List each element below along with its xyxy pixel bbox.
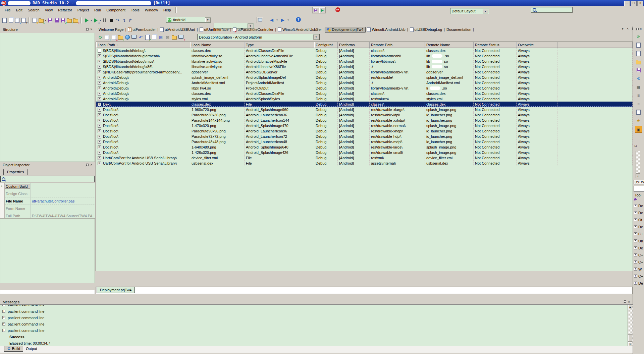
folder-icon[interactable] bbox=[635, 59, 642, 65]
new-form-icon[interactable]: ★ bbox=[32, 17, 38, 23]
tab-utparachutecontroller[interactable]: utParachuteController bbox=[231, 27, 275, 33]
table-row[interactable]: ×Docs\Ico\Parachute144x144.pngAndroid_La… bbox=[96, 118, 633, 123]
row-checkbox[interactable]: × bbox=[98, 119, 101, 122]
open-project-icon[interactable]: ▾ bbox=[20, 17, 27, 23]
list2-icon[interactable]: ≡ bbox=[635, 101, 642, 107]
row-checkbox[interactable]: × bbox=[98, 140, 101, 144]
table-row[interactable]: ×Docs\Ico\1-640x480.pngAndroid_SplashIma… bbox=[96, 144, 633, 150]
add-to-project-icon[interactable]: + bbox=[66, 17, 72, 23]
step-out-icon[interactable]: ↱ bbox=[127, 17, 133, 23]
chevron-down-icon[interactable]: ▾ bbox=[90, 19, 93, 22]
message-row[interactable]: +paclient command line bbox=[0, 305, 633, 308]
tool-palette-category[interactable]: +Ot bbox=[634, 218, 643, 222]
column-header-remote_status[interactable]: Remote Status bbox=[474, 42, 517, 48]
run-without-debugging-icon[interactable]: □ bbox=[93, 17, 99, 23]
tab-utformloader[interactable]: utFormLoader bbox=[126, 27, 157, 33]
table-row[interactable]: ×Docs\Ico\Parachute36x36.pngAndroid_Laun… bbox=[96, 112, 633, 118]
pin-icon[interactable] bbox=[623, 300, 626, 303]
new-items-icon[interactable] bbox=[8, 17, 14, 23]
menu-run[interactable]: Run bbox=[92, 7, 104, 13]
tool-palette-category[interactable]: +C+ bbox=[634, 274, 643, 278]
enable-items-icon[interactable]: ⊞ bbox=[158, 34, 164, 41]
row-checkbox[interactable]: × bbox=[98, 162, 101, 165]
new-file-icon[interactable] bbox=[1, 17, 8, 23]
tab-utuartinterface[interactable]: utUartInterface bbox=[198, 27, 230, 33]
tab-output[interactable]: Output bbox=[23, 346, 40, 351]
scroll-up-icon[interactable]: ▲ bbox=[628, 305, 632, 309]
property-row[interactable]: Design Class bbox=[4, 190, 95, 197]
expand-plus-icon[interactable]: + bbox=[634, 246, 637, 249]
menu-project[interactable]: Project bbox=[75, 7, 92, 13]
expand-plus-icon[interactable]: + bbox=[2, 322, 5, 326]
expand-plus-icon[interactable]: + bbox=[2, 329, 5, 332]
row-checkbox[interactable]: × bbox=[98, 151, 101, 155]
row-checkbox[interactable]: × bbox=[98, 103, 101, 106]
deploy-files-icon[interactable] bbox=[171, 34, 177, 41]
tab-deployment[interactable]: Deployment prjTw4 bbox=[97, 287, 135, 293]
project-tree-scrollbar[interactable] bbox=[636, 151, 640, 174]
tab-winsoft-android-usbser[interactable]: Winsoft.Android.UsbSer bbox=[276, 27, 323, 33]
message-row[interactable]: +paclient command line bbox=[0, 327, 633, 334]
active-tool-icon[interactable]: ▣ bbox=[635, 126, 642, 133]
property-value[interactable] bbox=[30, 190, 95, 197]
save-layout-button[interactable] bbox=[312, 7, 319, 13]
tool-palette-category[interactable]: +De bbox=[634, 225, 643, 229]
column-header-remote_path[interactable]: Remote Path bbox=[370, 42, 425, 48]
message-row[interactable]: +paclient command line bbox=[0, 308, 633, 314]
open-folder-icon[interactable]: ▸ bbox=[38, 17, 44, 23]
message-row[interactable]: +paclient command line bbox=[0, 314, 633, 321]
star-icon[interactable]: ★ bbox=[635, 117, 642, 124]
tool-palette-category[interactable]: +De bbox=[634, 204, 643, 208]
tab-winsoft-android-usb[interactable]: Winsoft.Android.Usb bbox=[366, 27, 407, 33]
tool-palette-category[interactable]: +De bbox=[634, 281, 643, 285]
add-files-icon[interactable]: + bbox=[104, 34, 110, 41]
property-row[interactable]: Form Name bbox=[4, 205, 95, 212]
column-header-platforms[interactable]: Platforms bbox=[338, 42, 370, 48]
step-over-icon[interactable]: ↷ bbox=[114, 17, 121, 23]
row-checkbox[interactable]: × bbox=[98, 76, 101, 79]
close-icon[interactable]: × bbox=[90, 28, 92, 31]
row-checkbox[interactable]: × bbox=[98, 124, 101, 128]
row-checkbox[interactable]: × bbox=[98, 86, 101, 90]
expand-plus-icon[interactable]: + bbox=[634, 225, 637, 228]
desktop-layout-combo[interactable]: Default Layout ▼ bbox=[450, 8, 489, 14]
pin-icon[interactable] bbox=[635, 28, 638, 31]
column-header-local_path[interactable]: Local Path▵ bbox=[96, 42, 190, 48]
expand-plus-icon[interactable]: + bbox=[634, 253, 637, 256]
close-button[interactable]: × bbox=[637, 1, 643, 6]
row-checkbox[interactable]: × bbox=[98, 156, 101, 160]
close-icon[interactable]: × bbox=[90, 163, 92, 167]
chevron-down-icon[interactable]: ▼ bbox=[313, 35, 319, 40]
row-checkbox[interactable]: × bbox=[98, 145, 101, 149]
pin-icon[interactable] bbox=[85, 28, 88, 31]
row-checkbox[interactable]: × bbox=[98, 129, 101, 133]
tab-utandroidusbuart[interactable]: utAndroidUSBUart bbox=[159, 27, 197, 33]
row-checkbox[interactable]: × bbox=[98, 113, 101, 117]
expand-plus-icon[interactable]: + bbox=[634, 232, 637, 235]
scrollbar-thumb[interactable] bbox=[628, 334, 632, 342]
tool-palette-category[interactable]: +C+ bbox=[634, 260, 643, 264]
file2-icon[interactable] bbox=[635, 109, 642, 115]
close-tab-icon[interactable]: × bbox=[627, 27, 629, 31]
message-row[interactable]: +paclient command line bbox=[0, 321, 633, 327]
tab-documentation[interactable]: Documentation bbox=[445, 27, 473, 32]
expand-arrow-icon[interactable]: » bbox=[1, 184, 3, 188]
remote-device-icon[interactable] bbox=[131, 34, 137, 41]
list-icon[interactable]: ≡ bbox=[635, 92, 642, 99]
row-checkbox[interactable]: × bbox=[98, 97, 101, 101]
minimize-button[interactable]: — bbox=[624, 1, 630, 6]
messages-scrollbar[interactable]: ▲ ▼ bbox=[628, 305, 633, 346]
project-tree-node[interactable]: ⊟ bbox=[634, 144, 637, 148]
table-row[interactable]: ×Uart\ComPort for Android USB Serial\Lib… bbox=[96, 161, 633, 166]
expand-plus-icon[interactable]: + bbox=[2, 316, 5, 319]
pin-icon[interactable] bbox=[85, 164, 88, 167]
tool-palette-category[interactable]: +W bbox=[634, 267, 643, 271]
expand-plus-icon[interactable]: + bbox=[634, 275, 637, 278]
pause-icon[interactable] bbox=[102, 17, 108, 23]
expand-plus-icon[interactable]: + bbox=[2, 305, 5, 306]
tool-palette-category[interactable]: +De bbox=[634, 211, 643, 215]
save-all-icon[interactable] bbox=[53, 17, 60, 23]
row-checkbox[interactable]: × bbox=[98, 108, 101, 112]
save-icon[interactable] bbox=[47, 17, 53, 23]
deploy-config-combo[interactable]: Debug configuration - Android platform ▼ bbox=[197, 34, 320, 40]
